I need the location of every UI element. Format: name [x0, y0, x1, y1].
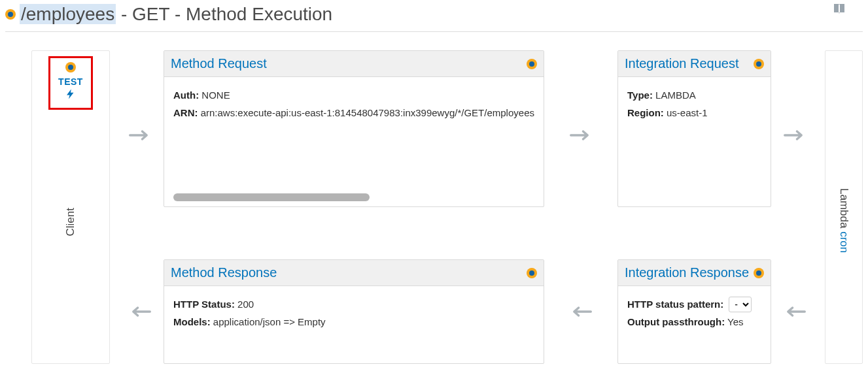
resource-path: /employees: [20, 4, 116, 24]
bullet-icon: [527, 268, 537, 278]
flow-area: TEST Client Method Request Auth: NONE AR…: [5, 32, 863, 364]
lambda-label: Lambda cron: [837, 188, 850, 253]
bullet-icon: [527, 59, 537, 69]
arrow-right-icon: [548, 50, 614, 220]
page-header: /employees - GET - Method Execution: [5, 0, 863, 32]
card-title: Integration Response: [625, 265, 749, 280]
region-value: us-east-1: [667, 107, 708, 118]
arn-value: arn:aws:execute-api:us-east-1:8145480479…: [201, 107, 534, 118]
card-body: Type: LAMBDA Region: us-east-1: [618, 77, 771, 206]
integration-request-card[interactable]: Integration Request Type: LAMBDA Region:…: [617, 50, 771, 207]
lambda-function-link[interactable]: cron: [838, 231, 850, 253]
card-header: Integration Response: [618, 260, 771, 286]
card-header: Method Response: [164, 260, 544, 286]
method-response-card[interactable]: Method Response HTTP Status: 200 Models:…: [164, 259, 544, 364]
page-title: /employees - GET - Method Execution: [20, 4, 332, 25]
arrow-left-icon: [775, 259, 814, 364]
card-body: HTTP Status: 200 Models: application/jso…: [164, 286, 544, 363]
bullet-icon: [754, 59, 764, 69]
integration-response-card[interactable]: Integration Response HTTP status pattern…: [617, 259, 771, 364]
documentation-icon[interactable]: [831, 1, 847, 20]
auth-value: NONE: [201, 90, 230, 101]
bullet-icon: [65, 62, 76, 73]
lambda-column: Lambda cron: [825, 50, 863, 364]
card-body: HTTP status pattern: - Output passthroug…: [618, 286, 771, 363]
test-button[interactable]: TEST: [48, 56, 93, 110]
card-title: Integration Request: [625, 56, 739, 71]
client-column: TEST Client: [31, 50, 110, 364]
models-value: application/json => Empty: [213, 316, 326, 327]
card-title: Method Request: [171, 56, 267, 71]
card-header: Integration Request: [618, 51, 771, 77]
lightning-icon: [65, 86, 77, 105]
passthrough-value: Yes: [727, 316, 743, 327]
flow-grid: Method Request Auth: NONE ARN: arn:aws:e…: [120, 50, 814, 364]
type-value: LAMBDA: [655, 90, 696, 101]
client-label: Client: [64, 208, 77, 236]
card-title: Method Response: [171, 265, 277, 280]
arrow-left-icon: [120, 259, 160, 364]
arrow-left-icon: [548, 259, 614, 364]
arrow-right-icon: [775, 50, 814, 220]
title-suffix: Method Execution: [186, 4, 332, 24]
http-method: GET: [132, 4, 169, 24]
arrow-right-icon: [120, 50, 160, 220]
status-pattern-select[interactable]: -: [729, 297, 752, 312]
card-header: Method Request: [164, 51, 544, 77]
bullet-icon: [754, 268, 764, 278]
horizontal-scrollbar[interactable]: [173, 193, 370, 201]
http-status-value: 200: [237, 299, 254, 310]
card-body: Auth: NONE ARN: arn:aws:execute-api:us-e…: [164, 77, 544, 206]
method-request-card[interactable]: Method Request Auth: NONE ARN: arn:aws:e…: [164, 50, 544, 207]
bullet-icon: [5, 9, 16, 20]
